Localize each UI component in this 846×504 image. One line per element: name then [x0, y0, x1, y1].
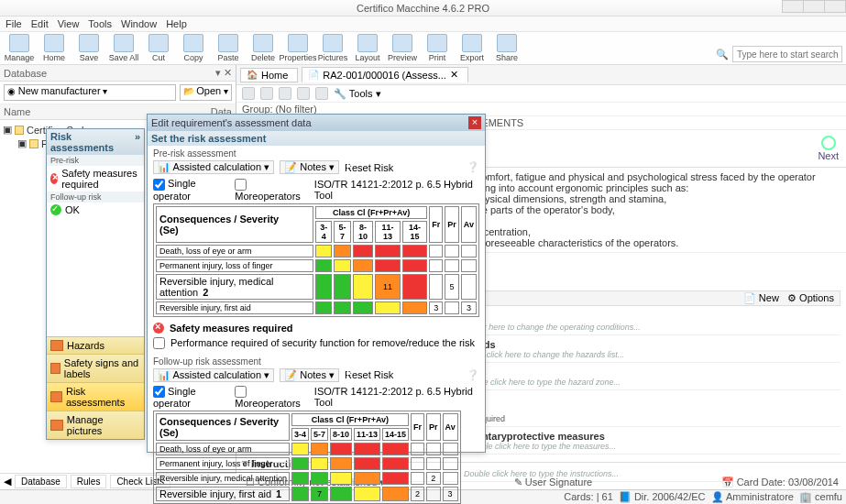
single-operator-check-2[interactable]: Single operator [153, 386, 229, 410]
help-icon[interactable]: ❔ [467, 161, 479, 173]
followup-status[interactable]: OK [47, 203, 144, 217]
pre-risk-hdr: Pre-risk [47, 155, 144, 166]
maximize-button[interactable] [803, 0, 825, 13]
notes-button[interactable]: 📝 Notes ▾ [280, 160, 339, 174]
tool-save[interactable]: Save [73, 34, 104, 62]
notes-button-2[interactable]: 📝 Notes ▾ [280, 368, 339, 382]
tab-home[interactable]: 🏠 Home [240, 68, 298, 82]
tool-copy[interactable]: Copy [178, 34, 209, 62]
risk-assessments-panel: Risk assessments» Pre-risk Safety measur… [46, 128, 145, 440]
tool-preview[interactable]: Preview [387, 34, 418, 62]
assisted-calc-button[interactable]: 📊 Assisted calculation ▾ [153, 160, 274, 174]
menu-window[interactable]: Window [121, 18, 157, 29]
picture-icon [50, 420, 63, 431]
reset-risk-button[interactable]: Reset Risk [345, 162, 393, 173]
col-name: Name [4, 106, 30, 117]
dialog-title: Edit requirement's assessment data [151, 117, 312, 128]
sign-icon [50, 363, 60, 374]
single-operator-check[interactable]: Single operator [153, 178, 229, 202]
cut-icon [148, 34, 169, 52]
manage-icon [9, 34, 29, 52]
followup-hdr: Follow-up risk [47, 192, 144, 203]
menu-manage-pictures[interactable]: Manage pictures [47, 411, 144, 439]
status-dir: 📘 Dir. 2006/42/EC [619, 491, 706, 503]
tool-share[interactable]: Share [491, 34, 522, 62]
tool-export[interactable]: Export [456, 34, 488, 62]
new-button[interactable]: 📄 New [743, 292, 779, 303]
options-button[interactable]: ⚙ Options [787, 292, 834, 303]
smr-label: Safety measures required [170, 323, 293, 334]
nav-back-icon[interactable] [242, 87, 255, 100]
menu-edit[interactable]: Edit [31, 18, 49, 29]
tool-properties[interactable]: Properties [282, 34, 313, 62]
menu-risk-assessments[interactable]: Risk assessments [47, 382, 144, 411]
panel-expand-icon[interactable]: » [135, 131, 140, 153]
search-input[interactable] [732, 46, 842, 62]
search-icon[interactable]: 🔍 [716, 49, 729, 60]
menu-hazards[interactable]: Hazards [47, 336, 144, 354]
more-operators-check-2[interactable]: Moreoperators [235, 386, 309, 410]
pager-prev[interactable]: ◀ [4, 476, 11, 488]
status-org: 🏢 cemfu [799, 491, 842, 503]
next-button[interactable]: Next [818, 136, 839, 161]
minimize-button[interactable] [782, 0, 804, 13]
view2-icon[interactable] [297, 87, 310, 100]
tool-home[interactable]: Home [38, 34, 70, 62]
preview-icon [392, 34, 412, 52]
tool-saveall[interactable]: Save All [108, 34, 139, 62]
edit-assessment-dialog: Edit requirement's assessment data× Set … [147, 114, 486, 453]
more-operators-check[interactable]: Moreoperators [235, 178, 309, 202]
manufacturer-combo[interactable]: ◉ New manufacturer ▾ [4, 84, 176, 101]
nav-fwd-icon[interactable] [260, 87, 273, 100]
dialog-close-button[interactable]: × [468, 116, 481, 129]
panel-toggle-icon[interactable]: ▾ ✕ [215, 67, 232, 79]
card-date[interactable]: 📅 Card Date: 03/08/2014 [721, 477, 839, 488]
paste-icon [218, 34, 238, 52]
next-icon [821, 136, 836, 150]
panel-title: Risk assessments [50, 131, 135, 153]
menu-safety-signs[interactable]: Safety signs and labels [47, 354, 144, 382]
export-icon [462, 34, 482, 52]
pre-risk-grid: Consequences / Severity(Se)Class Cl (Fr+… [153, 203, 479, 317]
saveall-icon [114, 34, 134, 52]
tool-cut[interactable]: Cut [143, 34, 174, 62]
tool-layout[interactable]: Layout [352, 34, 383, 62]
main-toolbar: Manage Home Save Save All Cut Copy Paste… [0, 32, 846, 65]
error-icon [153, 323, 164, 334]
view1-icon[interactable] [279, 87, 291, 100]
open-combo[interactable]: 📂 Open ▾ [180, 84, 232, 101]
pre-risk-status[interactable]: Safety measures required [47, 166, 144, 192]
filter-icon[interactable] [315, 87, 328, 100]
folder-icon [29, 139, 38, 148]
tool-print[interactable]: Print [422, 34, 453, 62]
tools-dropdown[interactable]: 🔧 Tools ▾ [334, 88, 381, 100]
print-icon [427, 34, 447, 52]
pre-risk-heading: Pre-risk assessment [153, 148, 479, 159]
tool-paste[interactable]: Paste [213, 34, 244, 62]
help-icon[interactable]: ❔ [467, 369, 479, 381]
tool-pictures[interactable]: Pictures [317, 34, 348, 62]
close-button[interactable] [824, 0, 846, 13]
user-signature[interactable]: ✎ User Signature [514, 477, 592, 488]
assisted-calc-button-2[interactable]: 📊 Assisted calculation ▾ [153, 368, 274, 382]
menu-view[interactable]: View [58, 18, 80, 29]
reset-risk-button-2[interactable]: Reset Risk [345, 369, 393, 380]
bottab-database[interactable]: Database [15, 475, 67, 488]
delete-icon [253, 34, 273, 52]
tool-delete[interactable]: Delete [247, 34, 279, 62]
ok-icon [50, 204, 61, 215]
close-tab-icon[interactable]: ✕ [450, 69, 458, 81]
app-title: Certifico Macchine 4.6.2 PRO [357, 3, 489, 14]
menu-bar: File Edit View Tools Window Help [0, 16, 846, 32]
hazard-icon [50, 340, 63, 351]
iso-label: ISO/TR 14121-2:2012 p. 6.5 Hybrid Tool [314, 179, 479, 201]
menu-file[interactable]: File [5, 18, 22, 29]
menu-tools[interactable]: Tools [88, 18, 112, 29]
menu-help[interactable]: Help [166, 18, 187, 29]
bottab-rules[interactable]: Rules [71, 475, 107, 488]
layout-icon [357, 34, 378, 52]
save-icon [79, 34, 99, 52]
tool-manage[interactable]: Manage [4, 34, 35, 62]
tab-doc[interactable]: 📄 RA2-001/000016 (Assess... ✕ [302, 67, 468, 82]
perf-required-check[interactable]: Performance required of security functio… [153, 335, 479, 351]
